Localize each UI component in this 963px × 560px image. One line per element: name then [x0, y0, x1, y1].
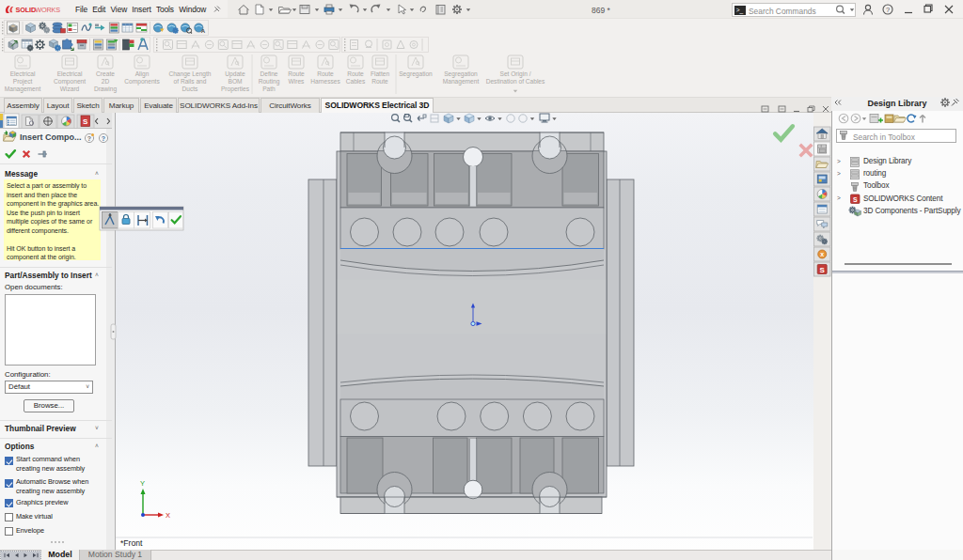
svg-text:S: S [820, 266, 826, 274]
svg-text:x: x [820, 251, 824, 257]
